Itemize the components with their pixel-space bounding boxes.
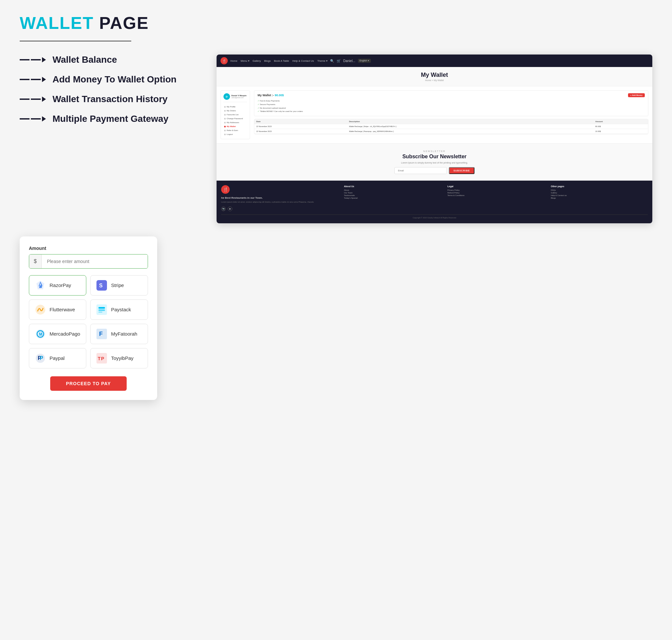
transaction-date-2: 22 November 2023 <box>254 129 347 134</box>
add-money-button[interactable]: + Add Money <box>628 93 645 97</box>
wallet-main-content: My Wallet :- 90.00$ + Add Money Fast & E… <box>254 90 648 139</box>
transaction-amount-2: 10.00$ <box>593 129 648 134</box>
mercadopago-label: MercadoPago <box>49 331 80 337</box>
currency-symbol: $ <box>29 254 42 268</box>
payment-method-razorpay[interactable]: RazorPay <box>29 275 86 295</box>
browser-screenshot: 🍴 Home Menu ▾ Gallery Blogs Book A Table… <box>216 55 652 223</box>
payment-modal-section: Amount $ RazorPay <box>20 230 652 400</box>
feature-label-1: Wallet Balance <box>53 55 117 65</box>
nav-actions: 🔍 🛒 Daniel... English ▾ <box>330 59 371 63</box>
footer-about-item-4[interactable]: Today's Special <box>344 197 441 199</box>
user-info: D Daniel V Maupin user@gmail.com <box>223 93 247 102</box>
footer-other-item-3[interactable]: Help & Contact us <box>551 194 648 197</box>
nav-gallery: Gallery <box>253 59 261 62</box>
left-panel: Wallet Balance Add Money To Wallet Optio… <box>20 55 204 223</box>
payment-methods-grid: RazorPay S Stripe <box>29 275 148 368</box>
youtube-icon[interactable]: ▶ <box>228 206 232 211</box>
footer-other-item-2[interactable]: Gallery <box>551 192 648 194</box>
main-content: Wallet Balance Add Money To Wallet Optio… <box>20 55 652 223</box>
mercadopago-icon: M <box>35 329 46 339</box>
footer-legal-title: Legal <box>448 185 544 188</box>
footer-copyright: Copyright © 2023 Gravity Infotech All Ri… <box>221 215 648 219</box>
title-wallet: WALLET <box>20 13 94 32</box>
paystack-icon <box>96 304 107 315</box>
wallet-balance-title: My Wallet :- 90.00$ <box>257 93 284 97</box>
sidebar-my-wallet[interactable]: My Wallet <box>223 125 247 128</box>
transaction-amount-1: 80.00$ <box>593 124 648 129</box>
svg-text:P: P <box>40 355 43 361</box>
footer-section: 🍴 he Best Restaurants in our Town. Lorem… <box>216 180 652 223</box>
paystack-label: Paystack <box>111 307 131 312</box>
sidebar-logout[interactable]: Logout <box>223 132 247 136</box>
svg-text:P: P <box>101 356 104 361</box>
footer-columns: 🍴 he Best Restaurants in our Town. Lorem… <box>221 185 648 211</box>
paypal-label: Paypal <box>49 355 65 361</box>
wallet-transactions-table: Date Description Amount 22 November 2023… <box>254 119 648 134</box>
footer-legal-item-2[interactable]: Refund Policy <box>448 192 544 194</box>
footer-other-item-1[interactable]: FAQs <box>551 189 648 191</box>
wallet-body: D Daniel V Maupin user@gmail.com My Prof… <box>216 86 652 143</box>
arrow-icon-1 <box>20 57 46 62</box>
footer-about-title: About Us <box>344 185 441 188</box>
payment-method-stripe[interactable]: S Stripe <box>90 275 148 295</box>
amount-input[interactable] <box>42 255 148 268</box>
payment-method-flutterwave[interactable]: Flutterwave <box>29 300 86 320</box>
nav-theme: Theme ▾ <box>317 59 327 62</box>
footer-legal-col: Legal Privacy Policy Refund Policy Terms… <box>448 185 544 211</box>
footer-about-item-1[interactable]: About <box>344 189 441 191</box>
newsletter-form: SUBSCRIBE <box>223 167 646 174</box>
col-date: Date <box>254 119 347 124</box>
newsletter-section: NEWSLETTER Subscribe Our Newsletter Lore… <box>216 143 652 180</box>
feature-item-4: Multiple Payment Gateway <box>20 114 204 124</box>
nav-blogs: Blogs <box>264 59 271 62</box>
svg-rect-9 <box>99 311 102 312</box>
sidebar-change-password[interactable]: Change Password <box>223 117 247 120</box>
language-selector[interactable]: English ▾ <box>358 59 371 63</box>
sidebar-my-addresses[interactable]: My Addresses <box>223 120 247 125</box>
table-row: 22 November 2023 Wallet Recharge [ Strip… <box>254 124 648 129</box>
proceed-to-pay-button[interactable]: PROCEED TO PAY <box>50 376 126 391</box>
footer-tagline: he Best Restaurants in our Town. <box>221 197 337 199</box>
amount-input-wrapper: $ <box>29 254 148 268</box>
payment-method-paystack[interactable]: Paystack <box>90 300 148 320</box>
user-label: Daniel... <box>343 59 355 63</box>
myfatoorah-label: MyFatoorah <box>111 331 137 337</box>
svg-text:M: M <box>39 332 42 337</box>
payment-method-paypal[interactable]: P P Paypal <box>29 348 86 368</box>
footer-legal-item-1[interactable]: Privacy Policy <box>448 189 544 191</box>
instagram-icon[interactable]: 📷 <box>221 206 226 211</box>
payment-method-myfatoorah[interactable]: F MyFatoorah <box>90 324 148 344</box>
footer-about-col: About Us About Our Team Testimonials Tod… <box>344 185 441 211</box>
footer-about-item-3[interactable]: Testimonials <box>344 194 441 197</box>
nav-book: Book A Table <box>274 59 289 62</box>
footer-brand-col: 🍴 he Best Restaurants in our Town. Lorem… <box>221 185 337 211</box>
nav-menu: Menu ▾ <box>240 59 249 62</box>
title-divider <box>20 41 131 41</box>
feature-label-2: Add Money To Wallet Option <box>53 74 177 85</box>
subscribe-button[interactable]: SUBSCRIBE <box>449 167 475 174</box>
payment-method-mercadopago[interactable]: M MercadoPago <box>29 324 86 344</box>
wallet-page-title-text: My Wallet <box>221 72 648 78</box>
sidebar-refer-earn[interactable]: Refer & Earn <box>223 128 247 132</box>
sidebar-favourite[interactable]: Favourite List <box>223 113 247 117</box>
payment-method-toyyibpay[interactable]: T P ToyyibPay <box>90 348 148 368</box>
right-panel: 🍴 Home Menu ▾ Gallery Blogs Book A Table… <box>216 55 652 223</box>
footer-other-item-4[interactable]: Blogs <box>551 197 648 199</box>
flutterwave-icon <box>35 304 46 315</box>
newsletter-email-input[interactable] <box>394 167 447 174</box>
toyyibpay-icon: T P <box>96 353 107 364</box>
footer-about-item-2[interactable]: Our Team <box>344 192 441 194</box>
payment-modal: Amount $ RazorPay <box>20 236 157 400</box>
title-page: PAGE <box>94 13 149 32</box>
transaction-table: Date Description Amount 22 November 2023… <box>254 119 648 134</box>
sidebar-my-orders[interactable]: My Orders <box>223 109 247 113</box>
footer-legal-item-3[interactable]: Terms & Conditions <box>448 194 544 197</box>
wallet-features-list: Fast & Easy Payments Secure Payments No … <box>257 99 645 113</box>
wallet-feature-1: Fast & Easy Payments <box>257 99 645 103</box>
razorpay-icon <box>35 280 46 291</box>
transaction-desc-1: Wallet Recharge [ Stripe : ch_3QrY96LvxS… <box>347 124 594 129</box>
feature-item-3: Wallet Transaction History <box>20 94 204 104</box>
paypal-icon: P P <box>35 353 46 364</box>
sidebar-my-profile[interactable]: My Profile <box>223 105 247 109</box>
arrow-icon-2 <box>20 77 46 82</box>
